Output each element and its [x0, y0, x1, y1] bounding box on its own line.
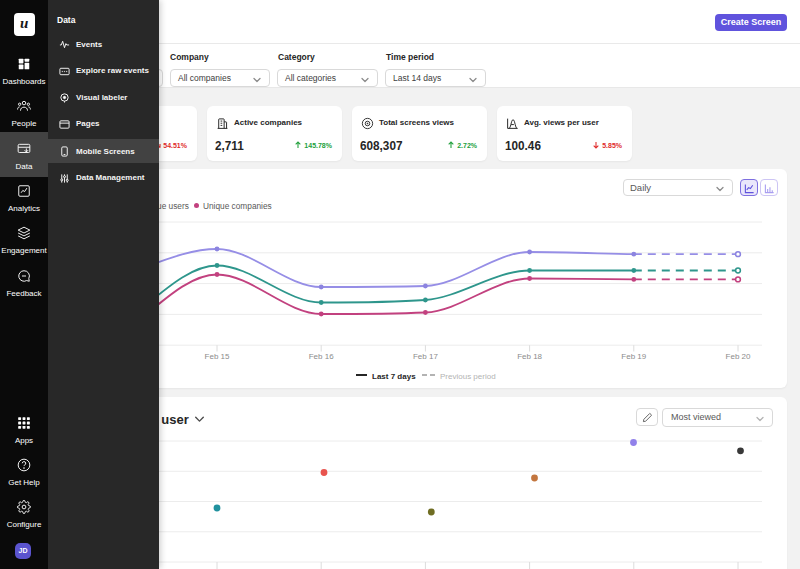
svg-text:Feb 20: Feb 20 — [726, 352, 751, 361]
svg-text:Feb 18: Feb 18 — [517, 352, 542, 361]
svg-text:Feb 15: Feb 15 — [205, 352, 230, 361]
svg-text:Feb 17: Feb 17 — [413, 352, 438, 361]
svg-text:Feb 16: Feb 16 — [309, 352, 334, 361]
svg-text:Feb 19: Feb 19 — [621, 352, 646, 361]
